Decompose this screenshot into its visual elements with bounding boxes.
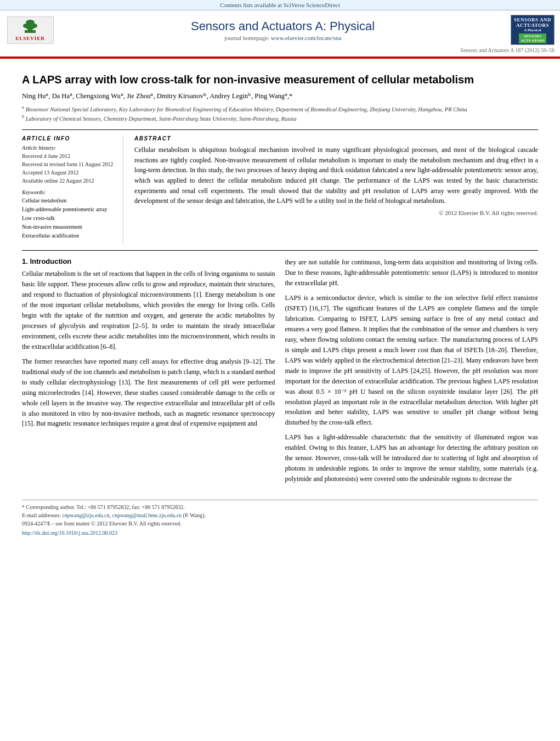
keyword-1: Cellular metabolism — [22, 196, 116, 205]
keyword-4: Non-invasive measurement — [22, 223, 116, 231]
article-history: Article history: Received 4 June 2012 Re… — [22, 145, 116, 185]
intro-heading: 1. Introduction — [22, 257, 275, 265]
intro-title: Introduction — [30, 257, 71, 265]
elsevier-tree-icon — [19, 19, 41, 35]
elsevier-wordmark: ELSEVIER — [15, 36, 45, 41]
article-title: A LAPS array with low cross-talk for non… — [22, 72, 538, 87]
history-received: Received 4 June 2012 Received in revised… — [22, 152, 116, 185]
received-revised-text: Received in revised form 11 August 2012 — [22, 161, 113, 167]
keyword-5: Extracellular acidification — [22, 231, 116, 240]
article-info-abstract: ARTICLE INFO Article history: Received 4… — [22, 129, 538, 251]
footnote-email: E-mail addresses: cnpwang@zju.edu.cn, cn… — [22, 511, 538, 519]
journal-title-block: Sensors and Actuators A: Physical journa… — [55, 19, 511, 41]
keywords-label: Keywords: — [22, 189, 116, 195]
elsevier-logo: ELSEVIER — [5, 15, 55, 45]
intro-paragraph-1: Cellular metabolism is the set of reacti… — [22, 269, 275, 352]
sensors-physical-text: A Physical — [524, 28, 541, 32]
issn-text: 0924-4247/$ – see front matter © 2012 El… — [22, 521, 182, 527]
accepted-text: Accepted 13 August 2012 — [22, 169, 79, 176]
journal-title-row: ELSEVIER Sensors and Actuators A: Physic… — [0, 10, 560, 47]
intro-paragraph-2: The former researches have reported many… — [22, 357, 275, 429]
intro-number: 1. — [22, 257, 28, 265]
affiliations: a Biosensor National Special Laboratory,… — [22, 104, 538, 123]
main-content: 1. Introduction Cellular metabolism is t… — [22, 257, 538, 489]
footnote-doi: http://dx.doi.org/10.1016/j.sna.2012.08.… — [22, 529, 538, 537]
journal-title: Sensors and Actuators A: Physical — [55, 19, 511, 33]
article-authors: Ning Huᵃ, Da Haᵃ, Chengxiong Wuᵃ, Jie Zh… — [22, 91, 538, 101]
svg-point-5 — [26, 26, 34, 30]
journal-header: Contents lists available at SciVerse Sci… — [0, 0, 560, 58]
right-paragraph-3: LAPS has a light-addressable characteris… — [285, 432, 539, 484]
abstract-text: Cellular metabolism is ubiquitous biolog… — [134, 145, 538, 206]
history-label: Article history: — [22, 145, 116, 151]
keywords-list: Cellular metabolism Light-addressable po… — [22, 196, 116, 240]
right-paragraph-1: they are not suitable for continuous, lo… — [285, 257, 539, 289]
available-text: Available online 22 August 2012 — [22, 178, 94, 184]
sensors-corner-tag: SENSORSACTUATORS — [519, 33, 546, 43]
email-links[interactable]: cnpwang@zju.edu.cn, cnpwang@mail.bme.zju… — [62, 512, 182, 518]
article-info-panel: ARTICLE INFO Article history: Received 4… — [22, 135, 123, 245]
article-body: A LAPS array with low cross-talk for non… — [0, 59, 560, 548]
keyword-3: Low cross-talk — [22, 214, 116, 223]
sensors-logo: SENSORS AND ACTUATORS A Physical SENSORS… — [511, 15, 555, 45]
email-author: (P. Wang). — [183, 512, 206, 518]
abstract-panel: ABSTRACT Cellular metabolism is ubiquito… — [134, 135, 538, 245]
journal-homepage: journal homepage: www.elsevier.com/locat… — [55, 35, 511, 41]
keyword-2: Light-addressable potentiometric array — [22, 205, 116, 214]
homepage-label: journal homepage: — [224, 35, 269, 41]
sensors-brand-text: SENSORS AND ACTUATORS — [511, 17, 554, 28]
homepage-link[interactable]: www.elsevier.com/locate/sna — [271, 35, 341, 41]
doi-link[interactable]: http://dx.doi.org/10.1016/j.sna.2012.08.… — [22, 530, 117, 536]
journal-volume-info: Sensors and Actuators A 187 (2012) 50–56 — [460, 47, 555, 53]
received-text: Received 4 June 2012 — [22, 153, 70, 159]
footnote-issn: 0924-4247/$ – see front matter © 2012 El… — [22, 519, 538, 528]
article-keywords: Keywords: Cellular metabolism Light-addr… — [22, 189, 116, 240]
journal-info-bar: Sensors and Actuators A 187 (2012) 50–56 — [0, 47, 560, 54]
footnotes: * Corresponding author. Tel.: +86 571 87… — [22, 500, 538, 537]
sciverse-bar: Contents lists available at SciVerse Sci… — [0, 0, 560, 10]
sciverse-text: Contents lists available at SciVerse Sci… — [220, 2, 340, 8]
affiliation-a: Biosensor National Special Laboratory, K… — [26, 106, 467, 112]
footnote-corresponding: * Corresponding author. Tel.: +86 571 87… — [22, 503, 538, 511]
corresponding-text: * Corresponding author. Tel.: +86 571 87… — [22, 504, 185, 510]
right-column: they are not suitable for continuous, lo… — [285, 257, 539, 489]
authors-text: Ning Huᵃ, Da Haᵃ, Chengxiong Wuᵃ, Jie Zh… — [22, 92, 292, 100]
right-paragraph-2: LAPS is a semiconductor device, which is… — [285, 293, 539, 428]
email-label: E-mail addresses: — [22, 512, 61, 518]
affiliation-b: Laboratory of Chemical Sensors, Chemistr… — [26, 115, 297, 121]
abstract-copyright: © 2012 Elsevier B.V. All rights reserved… — [134, 210, 538, 216]
left-column: 1. Introduction Cellular metabolism is t… — [22, 257, 275, 489]
article-info-heading: ARTICLE INFO — [22, 135, 116, 142]
abstract-heading: ABSTRACT — [134, 135, 538, 142]
